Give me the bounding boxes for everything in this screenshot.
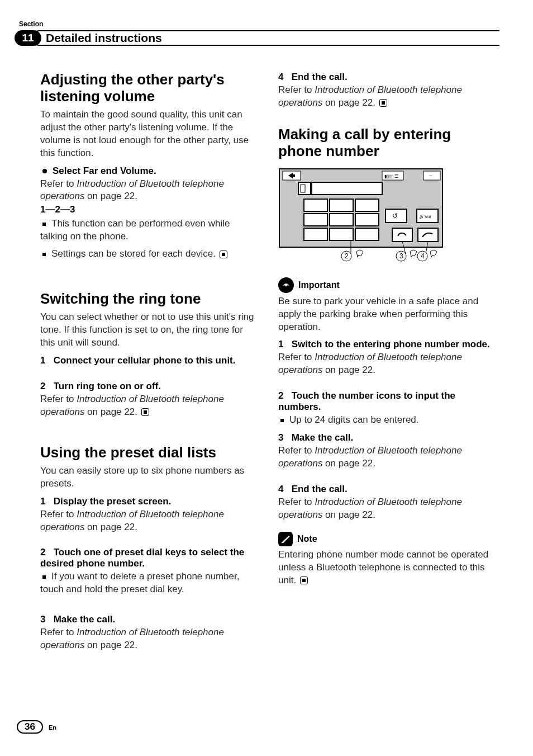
svg-rect-12	[304, 214, 327, 226]
svg-rect-8	[312, 182, 382, 195]
end-mark-icon	[300, 577, 308, 584]
bullet-item: Settings can be stored for each device.	[40, 248, 257, 261]
text: on page 22.	[322, 509, 375, 520]
step-2: 2 Touch the number icons to input the nu…	[278, 390, 495, 413]
text: If you want to delete a preset phone num…	[40, 571, 239, 594]
svg-rect-17	[355, 228, 379, 240]
step-text: Select Far end Volume.	[53, 166, 156, 176]
bullet-item: Up to 24 digits can be entered.	[278, 414, 495, 427]
text: Refer to	[40, 627, 77, 637]
callout-3: 3	[399, 252, 403, 260]
svg-rect-9	[304, 199, 327, 211]
step-number: 1	[278, 339, 283, 349]
text: Refer to	[278, 352, 315, 362]
step-number: 4	[278, 484, 283, 494]
text: on page 22.	[322, 458, 375, 469]
end-mark-icon	[141, 408, 149, 416]
step-text: Make the call.	[292, 432, 354, 443]
text: Settings can be stored for each device.	[51, 248, 216, 259]
left-column: Adjusting the other party's listening vo…	[40, 72, 257, 652]
step-text: Make the call.	[54, 614, 116, 625]
svg-text:🔊Vol: 🔊Vol	[419, 214, 431, 219]
important-icon	[278, 277, 294, 293]
square-bullet-icon	[42, 223, 46, 226]
step-1: 1 Connect your cellular phone to this un…	[40, 355, 257, 366]
text: Refer to	[40, 178, 77, 189]
bullet-item: This function can be performed even whil…	[40, 218, 257, 243]
right-column: 4 End the call. Refer to Introduction of…	[278, 72, 495, 652]
page-footer: 36 En	[17, 720, 56, 734]
text: on page 22.	[84, 191, 137, 201]
step-1: 1 Display the preset screen.	[40, 496, 257, 507]
reference-text: Refer to Introduction of Bluetooth telep…	[278, 84, 495, 110]
heading-enter-phone-number: Making a call by entering phone number	[278, 126, 495, 160]
svg-rect-15	[304, 228, 327, 240]
step-number: 2	[278, 390, 283, 401]
svg-text:ⵈ: ⵈ	[429, 173, 432, 179]
square-bullet-icon	[42, 253, 46, 256]
reference-text: Refer to Introduction of Bluetooth telep…	[40, 393, 257, 419]
reference-text: Refer to Introduction of Bluetooth telep…	[40, 626, 257, 652]
level-indicator: 1—2—3	[40, 204, 257, 215]
heading-adjusting-volume: Adjusting the other party's listening vo…	[40, 72, 257, 105]
step-1: 1 Switch to the entering phone number mo…	[278, 339, 495, 350]
note-text: Entering phone number mode cannot be ope…	[278, 549, 495, 587]
important-text: Be sure to park your vehicle in a safe p…	[278, 295, 495, 334]
reference-text: Refer to Introduction of Bluetooth telep…	[278, 496, 495, 522]
step-number: 3	[278, 432, 283, 443]
paragraph: You can easily store up to six phone num…	[40, 465, 257, 490]
step-number: 1	[40, 496, 45, 507]
note-label: Note	[297, 534, 317, 544]
text: Refer to	[278, 445, 315, 456]
important-callout: Important	[278, 277, 495, 293]
note-icon	[278, 532, 293, 546]
text: Refer to	[40, 394, 77, 404]
callout-4: 4	[421, 252, 425, 260]
paragraph: To maintain the good sound quality, this…	[40, 108, 257, 160]
svg-rect-11	[355, 199, 379, 211]
dialpad-diagram: ▮▯▯▯ ☰ ⵈ ↺ 🔊Vol	[278, 168, 444, 263]
text: on page 22.	[322, 365, 375, 375]
step-text: End the call.	[292, 72, 348, 82]
heading-preset-dial: Using the preset dial lists	[40, 445, 257, 461]
bullet-item: If you want to delete a preset phone num…	[40, 570, 257, 596]
step-3: 3 Make the call.	[278, 432, 495, 443]
reference-text: Refer to Introduction of Bluetooth telep…	[40, 508, 257, 534]
step-text: Switch to the entering phone number mode…	[292, 339, 490, 349]
step-text: Turn ring tone on or off.	[54, 381, 161, 391]
step-text: Connect your cellular phone to this unit…	[54, 355, 236, 366]
step-3: 3 Make the call.	[40, 614, 257, 625]
page-number-badge: 36	[17, 720, 43, 734]
svg-rect-6	[298, 182, 311, 195]
step-4: 4 End the call.	[278, 484, 495, 495]
step-number: 3	[40, 614, 45, 625]
text: Up to 24 digits can be entered.	[289, 414, 419, 425]
important-label: Important	[298, 280, 340, 290]
step-text: Display the preset screen.	[54, 496, 172, 507]
end-mark-icon	[220, 251, 227, 258]
svg-rect-22	[392, 228, 412, 242]
square-bullet-icon	[280, 419, 284, 422]
reference-text: Refer to Introduction of Bluetooth telep…	[40, 178, 257, 204]
step-2: 2 Turn ring tone on or off.	[40, 381, 257, 392]
step-text: Touch the number icons to input the numb…	[278, 390, 455, 412]
step-number: 2	[40, 381, 45, 391]
section-title: Detailed instructions	[46, 31, 162, 45]
callout-2: 2	[345, 252, 349, 260]
text: Refer to	[278, 497, 315, 507]
svg-rect-13	[330, 214, 353, 226]
step-number: 2	[40, 547, 45, 557]
step-select-far-end: Select Far end Volume.	[40, 166, 257, 177]
svg-rect-14	[355, 214, 379, 226]
note-callout: Note	[278, 532, 495, 546]
end-mark-icon	[379, 99, 387, 107]
section-title-wrap: Detailed instructions	[31, 30, 499, 46]
section-label: Section	[19, 20, 499, 28]
paragraph: You can select whether or not to use thi…	[40, 311, 257, 349]
step-4: 4 End the call.	[278, 72, 495, 83]
step-2: 2 Touch one of preset dial keys to selec…	[40, 547, 257, 569]
language-label: En	[49, 724, 56, 731]
step-number: 4	[278, 72, 283, 82]
svg-rect-23	[418, 228, 438, 242]
svg-rect-10	[330, 199, 353, 211]
